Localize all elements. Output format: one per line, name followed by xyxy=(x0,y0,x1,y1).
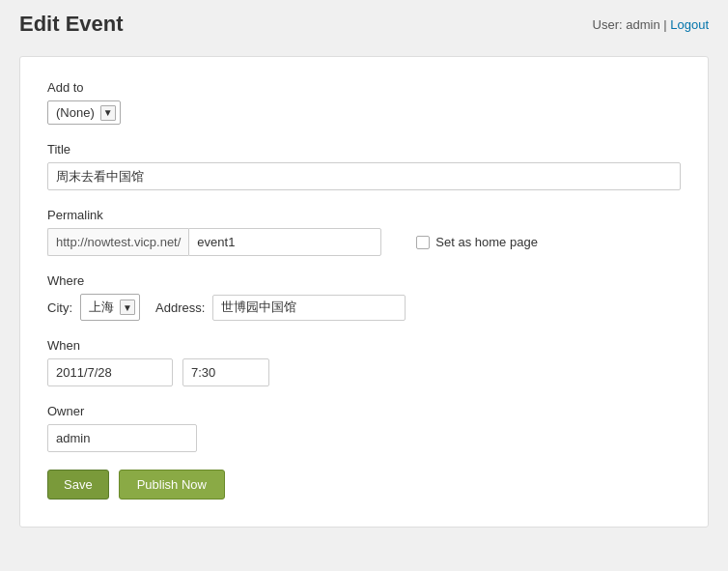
when-group: When xyxy=(47,338,681,386)
when-row xyxy=(47,358,681,386)
add-to-select[interactable]: (None) ▼ xyxy=(47,100,121,125)
when-label: When xyxy=(47,338,681,353)
owner-group: Owner xyxy=(47,404,681,452)
city-arrow-icon[interactable]: ▼ xyxy=(120,300,135,315)
permalink-group: Permalink http://nowtest.vicp.net/ Set a… xyxy=(47,208,681,256)
when-date-input[interactable] xyxy=(47,358,173,386)
set-home-checkbox[interactable] xyxy=(416,236,430,249)
where-label: Where xyxy=(47,273,681,288)
add-to-label: Add to xyxy=(47,80,681,95)
owner-label: Owner xyxy=(47,404,681,418)
save-button[interactable]: Save xyxy=(47,470,109,500)
when-time-input[interactable] xyxy=(182,358,269,386)
permalink-row: http://nowtest.vicp.net/ Set as home pag… xyxy=(47,228,681,256)
publish-now-button[interactable]: Publish Now xyxy=(119,470,225,500)
title-input[interactable] xyxy=(47,162,681,190)
add-to-arrow-icon[interactable]: ▼ xyxy=(100,105,116,121)
set-home-label: Set as home page xyxy=(435,235,538,249)
where-row: City: 上海 ▼ Address: xyxy=(47,294,681,321)
owner-input[interactable] xyxy=(47,424,197,452)
add-to-group: Add to (None) ▼ xyxy=(47,80,681,125)
city-label: City: xyxy=(47,300,72,315)
permalink-base-text: http://nowtest.vicp.net/ xyxy=(47,228,188,256)
address-label: Address: xyxy=(155,300,205,315)
set-home-row: Set as home page xyxy=(416,235,538,249)
title-label: Title xyxy=(47,142,681,157)
city-value: 上海 xyxy=(85,297,118,318)
header-user-info: User: admin | Logout xyxy=(593,17,709,32)
city-select[interactable]: 上海 ▼ xyxy=(80,294,140,321)
edit-event-card: Add to (None) ▼ Title Permalink http://n… xyxy=(19,56,709,528)
actions-row: Save Publish Now xyxy=(47,470,681,500)
permalink-input-line: http://nowtest.vicp.net/ xyxy=(47,228,381,256)
page-title: Edit Event xyxy=(19,12,124,37)
where-group: Where City: 上海 ▼ Address: xyxy=(47,273,681,321)
permalink-label: Permalink xyxy=(47,208,681,222)
address-input[interactable] xyxy=(212,295,406,321)
user-label: User: admin xyxy=(593,17,660,32)
permalink-slug-input[interactable] xyxy=(188,228,381,256)
add-to-value: (None) xyxy=(52,103,98,122)
title-group: Title xyxy=(47,142,681,190)
logout-link[interactable]: Logout xyxy=(670,17,709,32)
